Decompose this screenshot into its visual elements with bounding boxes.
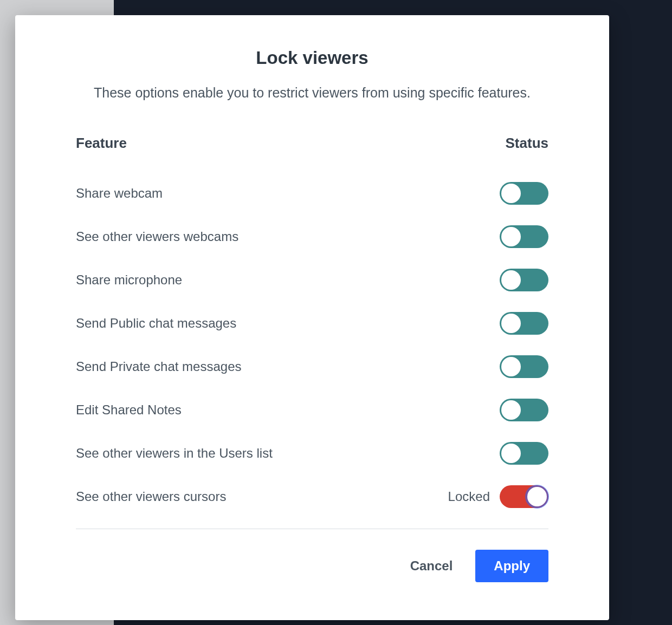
feature-row-right [500,442,548,465]
feature-label: Send Private chat messages [76,359,242,374]
toggle-knob [527,487,547,506]
feature-row: Share microphone [76,269,548,291]
feature-label: Send Public chat messages [76,316,236,331]
feature-row-right [500,225,548,248]
toggle-knob [501,444,521,463]
cancel-button[interactable]: Cancel [406,553,457,579]
status-text: Locked [448,489,490,504]
feature-row: See other viewers in the Users list [76,442,548,465]
toggle-knob [501,227,521,246]
feature-label: Share microphone [76,272,182,288]
feature-label: Edit Shared Notes [76,402,182,418]
modal-subtitle: These options enable you to restrict vie… [76,83,548,102]
feature-row: See other viewers cursorsLocked [76,485,548,508]
feature-row-right [500,355,548,378]
feature-toggle[interactable] [500,312,548,335]
feature-label: See other viewers webcams [76,229,238,244]
feature-toggle[interactable] [500,442,548,465]
feature-row-right [500,399,548,421]
feature-row-right [500,182,548,205]
column-header-feature: Feature [76,135,127,152]
toggle-knob [501,314,521,333]
feature-row: Send Public chat messages [76,312,548,335]
feature-label: See other viewers in the Users list [76,446,273,461]
feature-row: Share webcam [76,182,548,205]
feature-toggle[interactable] [500,355,548,378]
feature-toggle[interactable] [500,225,548,248]
feature-label: See other viewers cursors [76,489,226,504]
toggle-knob [501,184,521,203]
divider [76,529,548,529]
toggle-knob [501,400,521,420]
toggle-knob [501,270,521,290]
feature-row: Send Private chat messages [76,355,548,378]
feature-row-right: Locked [448,485,548,508]
feature-row-right [500,312,548,335]
feature-toggle[interactable] [500,485,548,508]
feature-label: Share webcam [76,186,163,201]
column-header-status: Status [506,135,548,152]
lock-viewers-modal: Lock viewers These options enable you to… [15,15,609,620]
feature-row: Edit Shared Notes [76,399,548,421]
toggle-knob [501,357,521,376]
feature-row-right [500,269,548,291]
feature-toggle[interactable] [500,399,548,421]
table-header: Feature Status [76,135,548,152]
modal-title: Lock viewers [76,48,548,68]
feature-row: See other viewers webcams [76,225,548,248]
button-row: Cancel Apply [76,550,548,582]
feature-toggle[interactable] [500,182,548,205]
features-list: Share webcamSee other viewers webcamsSha… [76,182,548,508]
feature-toggle[interactable] [500,269,548,291]
apply-button[interactable]: Apply [475,550,548,582]
